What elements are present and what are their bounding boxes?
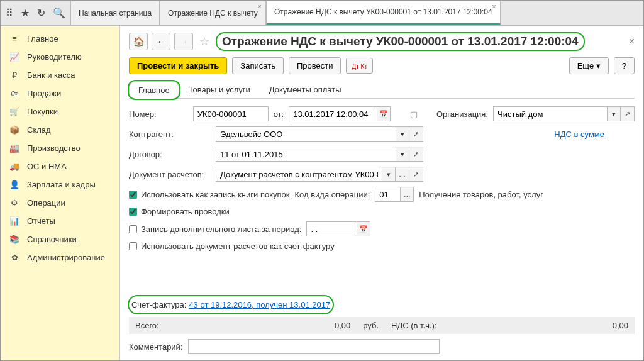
counterparty-label: Контрагент:	[129, 130, 211, 139]
sidebar-item-sales[interactable]: 🛍Продажи	[1, 84, 119, 103]
addsheet-date-input[interactable]	[306, 221, 357, 236]
date-input[interactable]	[289, 106, 377, 121]
ellipsis-icon[interactable]: …	[396, 167, 409, 182]
vat-value: 0,00	[613, 321, 628, 330]
contract-input[interactable]	[216, 147, 396, 162]
ellipsis-icon[interactable]: …	[400, 187, 414, 202]
open-icon[interactable]: ↗	[409, 126, 423, 142]
home-button[interactable]: 🏠	[129, 33, 148, 50]
open-icon[interactable]: ↗	[621, 106, 635, 121]
tab-vat-doc[interactable]: Отражение НДС к вычету УК00-000001 от 13…	[266, 1, 501, 25]
open-icon[interactable]: ↗	[409, 147, 423, 162]
calendar-icon[interactable]: 📅	[357, 221, 370, 236]
subtab-payments[interactable]: Документы оплаты	[260, 81, 351, 98]
sidebar-item-assets[interactable]: 🚚ОС и НМА	[1, 157, 119, 175]
subtab-main[interactable]: Главное	[129, 81, 179, 99]
sidebar-item-admin[interactable]: ✿Администрирование	[1, 248, 119, 267]
opcode-desc: Получение товаров, работ, услуг	[419, 190, 543, 199]
dropdown-icon[interactable]: ▾	[396, 147, 409, 162]
sidebar-item-label: Руководителю	[27, 52, 82, 62]
dropdown-icon[interactable]: ▾	[396, 126, 409, 142]
help-button[interactable]: ?	[614, 57, 635, 74]
sidebar-item-bank[interactable]: ₽Банк и касса	[1, 66, 119, 84]
sidebar-item-label: Покупки	[27, 107, 58, 116]
sidebar-item-label: ОС и НМА	[27, 162, 67, 171]
post-button[interactable]: Провести	[289, 57, 341, 74]
sidebar-item-label: Склад	[27, 125, 51, 135]
date-label: от:	[274, 109, 284, 119]
sidebar-item-catalogs[interactable]: 📚Справочники	[1, 230, 119, 248]
report-icon: 📊	[9, 216, 19, 226]
sidebar-item-purchases[interactable]: 🛒Покупки	[1, 103, 119, 121]
counterparty-input[interactable]	[216, 126, 396, 142]
apps-icon[interactable]: ⠿	[6, 7, 13, 19]
posted-icon: ▢	[410, 109, 418, 119]
sidebar-item-operations[interactable]: ⚙Операции	[1, 194, 119, 212]
sidebar-item-main[interactable]: ≡Главное	[1, 30, 119, 48]
sidebar-item-label: Администрирование	[27, 253, 105, 262]
search-icon[interactable]: 🔍	[53, 7, 65, 19]
sidebar-item-label: Отчеты	[27, 216, 55, 226]
main-content: 🏠 ← → ☆ Отражение НДС к вычету УК00-0000…	[120, 26, 643, 360]
sidebar-item-warehouse[interactable]: 📦Склад	[1, 121, 119, 139]
sidebar-item-production[interactable]: 🏭Производство	[1, 139, 119, 157]
number-label: Номер:	[129, 109, 188, 119]
currency: руб.	[363, 321, 379, 330]
tabs: Начальная страница Отражение НДС к вычет…	[70, 1, 643, 25]
sidebar-item-salary[interactable]: 👤Зарплата и кадры	[1, 175, 119, 194]
menu-icon: ≡	[9, 34, 19, 43]
open-icon[interactable]: ↗	[409, 167, 423, 182]
post-close-button[interactable]: Провести и закрыть	[129, 57, 227, 74]
sidebar-item-label: Операции	[27, 198, 65, 208]
more-button[interactable]: Еще ▾	[569, 57, 609, 74]
useinvoice-checkbox[interactable]: Использовать документ расчетов как счет-…	[129, 242, 335, 251]
number-input[interactable]	[193, 106, 269, 121]
sidebar-item-label: Банк и касса	[27, 70, 75, 80]
page-title: Отражение НДС к вычету УК00-000001 от 13…	[216, 32, 585, 51]
save-button[interactable]: Записать	[232, 57, 284, 74]
comment-label: Комментарий:	[129, 342, 183, 352]
invoice-label: Счет-фактура:	[131, 300, 186, 309]
sidebar-item-label: Производство	[27, 143, 80, 153]
comment-input[interactable]	[188, 339, 440, 354]
invoice-link[interactable]: 43 от 19.12.2016, получен 13.01.2017	[189, 300, 330, 309]
bag-icon: 🛍	[9, 89, 19, 98]
contract-label: Договор:	[129, 150, 211, 159]
settlement-input[interactable]	[216, 167, 382, 182]
vat-label: НДС (в т.ч.):	[391, 321, 437, 330]
history-icon[interactable]: ↻	[37, 7, 45, 19]
vat-mode-link[interactable]: НДС в сумме	[554, 130, 604, 139]
settlement-label: Документ расчетов:	[129, 170, 211, 179]
sidebar-item-label: Продажи	[27, 89, 61, 98]
back-button[interactable]: ←	[152, 33, 170, 50]
tab-vat-list[interactable]: Отражение НДС к вычету×	[160, 1, 266, 25]
sidebar: ≡Главное 📈Руководителю ₽Банк и касса 🛍Пр…	[1, 26, 120, 360]
totals-bar: Всего: 0,00 руб. НДС (в т.ч.): 0,00	[129, 317, 635, 334]
addsheet-checkbox[interactable]: Запись дополнительного листа за период:	[129, 225, 301, 234]
dropdown-icon[interactable]: ▾	[382, 167, 396, 182]
books-icon: 📚	[9, 235, 19, 244]
sidebar-item-reports[interactable]: 📊Отчеты	[1, 212, 119, 230]
dropdown-icon[interactable]: ▾	[607, 106, 621, 121]
close-icon[interactable]: ×	[257, 3, 261, 10]
org-label: Организация:	[436, 109, 488, 119]
star-icon[interactable]: ☆	[199, 35, 209, 48]
tab-home[interactable]: Начальная страница	[70, 1, 160, 25]
ruble-icon: ₽	[9, 70, 19, 80]
org-input[interactable]	[493, 106, 607, 121]
calendar-icon[interactable]: 📅	[377, 106, 391, 121]
sidebar-item-manager[interactable]: 📈Руководителю	[1, 48, 119, 66]
dtkt-button[interactable]: Дт Кт	[346, 58, 373, 74]
favorite-icon[interactable]: ★	[21, 7, 30, 19]
subtab-goods[interactable]: Товары и услуги	[179, 81, 260, 98]
total-value: 0,00	[335, 321, 350, 330]
box-icon: 📦	[9, 125, 19, 135]
entries-checkbox[interactable]: Формировать проводки	[129, 207, 230, 216]
admin-icon: ✿	[9, 253, 19, 262]
close-page-button[interactable]: ×	[629, 36, 635, 47]
cart-icon: 🛒	[9, 107, 19, 116]
opcode-input[interactable]	[375, 187, 400, 202]
purchase-book-checkbox[interactable]: Использовать как запись книги покупок	[129, 190, 289, 199]
close-icon[interactable]: ×	[492, 3, 496, 10]
forward-button[interactable]: →	[174, 33, 193, 50]
